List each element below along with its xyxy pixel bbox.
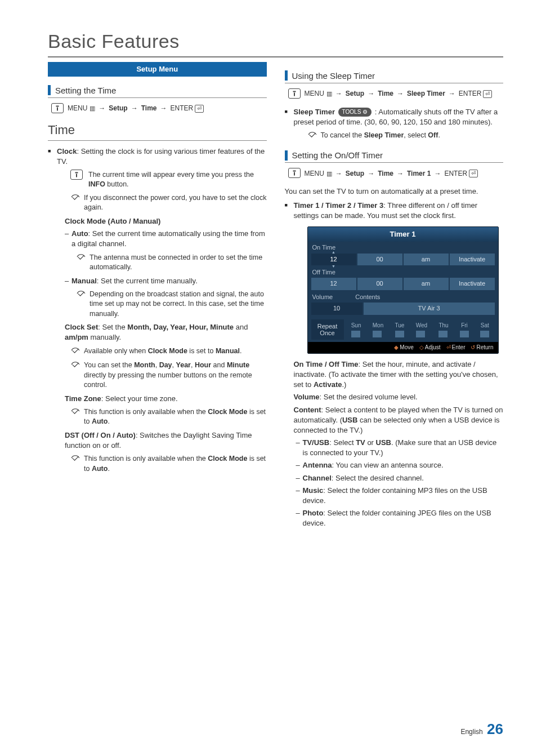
section-title: Setting the Time xyxy=(55,85,116,96)
hand-note-icon xyxy=(76,290,86,319)
path-step: Time xyxy=(141,104,157,113)
time-heading: Time xyxy=(48,122,267,141)
page-title: Basic Features xyxy=(48,28,503,57)
note-text: This function is only available when the… xyxy=(84,407,267,427)
minute-field[interactable]: 00 xyxy=(357,254,402,265)
clock-item: Clock: Setting the clock is for using va… xyxy=(48,146,267,474)
hand-note-icon xyxy=(70,361,80,390)
ampm-field[interactable]: am xyxy=(404,278,449,290)
remote-icon xyxy=(288,88,301,99)
note-text: If you disconnect the power cord, you ha… xyxy=(84,193,267,213)
contents-label: Contents xyxy=(355,293,380,301)
section-onoff-timer: Setting the On/Off Timer xyxy=(285,149,504,163)
setup-menu-banner: Setup Menu xyxy=(48,62,267,77)
activate-field[interactable]: Inactivate xyxy=(450,254,495,265)
hand-note-icon xyxy=(70,407,80,427)
tvusb-item: TV/USB: Select TV or USB. (Make sure tha… xyxy=(296,438,504,458)
section-accent-bar xyxy=(285,150,288,161)
hand-note-icon xyxy=(70,454,80,474)
timer1-title: Timer 1 xyxy=(308,227,498,242)
auto-item: Auto: Set the current time automatically… xyxy=(65,229,267,272)
section-accent-bar xyxy=(48,85,51,95)
content-para: Content: Select a content to be played w… xyxy=(294,405,504,436)
antenna-item: Antenna: You can view an antenna source. xyxy=(296,460,504,470)
day-mon[interactable]: Mon xyxy=(373,322,383,337)
timer-footer: ◆Move ◇Adjust ⏎Enter ↺Return xyxy=(308,342,498,353)
music-item: Music: Select the folder containing MP3 … xyxy=(296,486,504,506)
sleep-timer-item: Sleep Timer TOOLS ⚙ : Automatically shut… xyxy=(285,107,504,142)
remote-icon xyxy=(70,170,83,180)
enter-icon: ⏎ xyxy=(469,170,478,177)
note-text: Available only when Clock Mode is set to… xyxy=(84,346,241,358)
day-tue[interactable]: Tue xyxy=(395,322,405,337)
dst-para: DST (Off / On / Auto): Switches the Dayl… xyxy=(65,430,267,451)
menu-path-sleep: MENU▥ →Setup →Time →Sleep Timer →ENTER ⏎ xyxy=(288,89,504,99)
clock-mode-heading: Clock Mode (Auto / Manual) xyxy=(65,217,160,225)
hand-note-icon xyxy=(76,253,86,273)
note-text: To cancel the Sleep Timer, select Off. xyxy=(321,131,440,142)
day-thu[interactable]: Thu xyxy=(438,322,448,337)
channel-item: Channel: Select the desired channel. xyxy=(296,473,504,483)
section-title: Setting the On/Off Timer xyxy=(292,149,383,161)
activate-field[interactable]: Inactivate xyxy=(450,278,495,290)
enter-icon: ⏎ xyxy=(483,90,492,98)
note-text: The antenna must be connected in order t… xyxy=(90,253,267,273)
day-sat[interactable]: Sat xyxy=(480,322,489,337)
hand-note-icon xyxy=(307,131,317,142)
clock-desc: : Setting the clock is for using various… xyxy=(57,147,265,166)
hour-field[interactable]: 12 xyxy=(311,278,356,290)
days-row: Sun Mon Tue Wed Thu Fri Sat xyxy=(346,322,495,337)
note-text: You can set the Month, Day, Year, Hour a… xyxy=(84,361,267,390)
note-text: This function is only available when the… xyxy=(84,454,267,474)
hand-note-icon xyxy=(70,193,80,213)
off-time-label: Off Time xyxy=(308,266,498,277)
ontime-para: On Time / Off Time: Set the hour, minute… xyxy=(294,359,504,390)
menu-path-time: MENU▥ →Setup →Time →ENTER ⏎ xyxy=(51,104,267,114)
remote-icon xyxy=(51,103,64,113)
volume-value[interactable]: 10 xyxy=(311,303,363,314)
clock-label: Clock xyxy=(57,147,77,155)
note-text: Depending on the broadcast station and s… xyxy=(90,290,267,319)
enter-label: ENTER xyxy=(170,104,193,113)
path-step: Setup xyxy=(109,104,127,113)
section-accent-bar xyxy=(285,70,288,81)
photo-item: Photo: Select the folder containing JPEG… xyxy=(296,508,504,528)
content-value[interactable]: TV Air 3 xyxy=(364,303,495,314)
note-text: The current time will appear every time … xyxy=(88,170,267,190)
day-wed[interactable]: Wed xyxy=(416,322,427,337)
remote-icon xyxy=(288,168,301,178)
timer123-item: Timer 1 / Timer 2 / Timer 3: Three diffe… xyxy=(285,201,504,529)
onoff-intro: You can set the TV to turn on automatica… xyxy=(285,186,504,197)
section-sleep-timer: Using the Sleep Timer xyxy=(285,70,504,83)
enter-icon: ⏎ xyxy=(195,105,204,113)
timezone-para: Time Zone: Select your time zone. xyxy=(65,394,267,404)
minute-field[interactable]: 00 xyxy=(357,278,402,290)
on-time-label: On Time xyxy=(308,242,498,252)
repeat-field[interactable]: Repeat Once xyxy=(311,319,344,340)
day-fri[interactable]: Fri xyxy=(460,322,469,337)
timer1-screenshot: Timer 1 On Time ▲12▼ 00 am Inactivate Of… xyxy=(307,226,499,354)
page-number: English 26 xyxy=(460,719,503,739)
hour-field[interactable]: ▲12▼ xyxy=(311,254,356,265)
section-title: Using the Sleep Timer xyxy=(292,70,375,82)
clock-set-para: Clock Set: Set the Month, Day, Year, Hou… xyxy=(65,322,267,343)
manual-item: Manual: Set the current time manually. D… xyxy=(65,276,267,319)
menu-grid-icon: ▥ xyxy=(90,104,94,113)
section-setting-time: Setting the Time xyxy=(48,85,267,98)
volume-para: Volume: Set the desired volume level. xyxy=(294,392,504,402)
hand-note-icon xyxy=(70,346,80,358)
ampm-field[interactable]: am xyxy=(404,254,449,265)
volume-label: Volume xyxy=(312,293,333,301)
menu-path-timer1: MENU▥ →Setup →Time →Timer 1 →ENTER ⏎ xyxy=(288,168,504,179)
menu-label: MENU xyxy=(68,104,87,113)
day-sun[interactable]: Sun xyxy=(351,322,361,337)
tools-badge: TOOLS ⚙ xyxy=(338,108,372,117)
